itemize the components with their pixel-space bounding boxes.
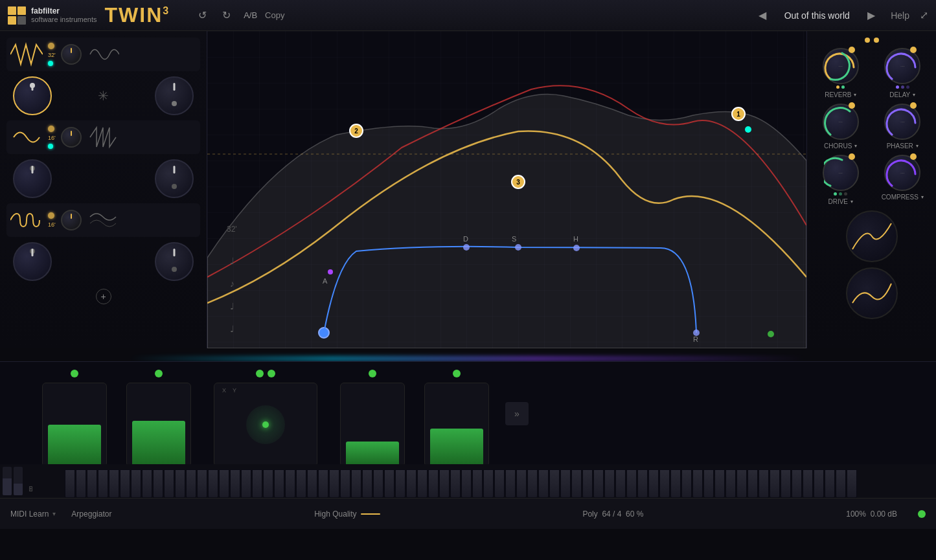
expand-button[interactable]: ⤢	[920, 9, 928, 21]
piano-key-white[interactable]	[593, 469, 604, 498]
piano-key-white[interactable]	[142, 469, 152, 498]
piano-key-white[interactable]	[803, 469, 813, 498]
delay-knob[interactable]: ···	[884, 48, 920, 84]
piano-key-white[interactable]	[263, 469, 273, 498]
piano-key-white[interactable]	[230, 469, 240, 498]
preset-prev-button[interactable]: ◀	[759, 9, 766, 21]
piano-key-white[interactable]	[439, 469, 450, 498]
piano-key-white[interactable]	[98, 469, 108, 498]
envelope-led[interactable]	[71, 370, 78, 377]
piano-key-white[interactable]	[164, 469, 174, 498]
piano-key-white[interactable]	[76, 469, 86, 498]
osc2-power-led[interactable]	[48, 126, 54, 132]
piano-key-white[interactable]	[417, 469, 428, 498]
piano-key-white[interactable]	[296, 469, 306, 498]
osc1-power-led[interactable]	[48, 43, 54, 49]
piano-key-white[interactable]	[87, 469, 97, 498]
piano-key-white[interactable]	[384, 469, 394, 498]
help-button[interactable]: Help	[891, 10, 909, 21]
piano-key-white[interactable]	[197, 469, 207, 498]
piano-key-white[interactable]	[770, 469, 780, 498]
drive-power-led[interactable]	[849, 153, 855, 160]
osc3-power-led[interactable]	[48, 212, 54, 219]
undo-button[interactable]: ↺	[196, 6, 209, 24]
piano-key-white[interactable]	[527, 469, 538, 498]
osc2-pitch-knob[interactable]	[13, 159, 52, 198]
piano-key-white[interactable]	[725, 469, 736, 498]
piano-key-white[interactable]	[759, 469, 769, 498]
piano-key-white[interactable]	[549, 469, 560, 498]
piano-key-white[interactable]	[153, 469, 163, 498]
piano-key-white[interactable]	[186, 469, 196, 498]
piano-key-white[interactable]	[483, 469, 494, 498]
piano-key-white[interactable]	[395, 469, 405, 498]
piano-key-white[interactable]	[792, 469, 802, 498]
reverb-knob[interactable]: ···	[823, 48, 859, 84]
redo-button[interactable]: ↻	[220, 6, 233, 24]
piano-key-white[interactable]	[681, 469, 692, 498]
piano-key-white[interactable]	[175, 469, 185, 498]
phaser-knob[interactable]: ···	[884, 104, 920, 140]
piano-key-white[interactable]	[307, 469, 317, 498]
piano-key-white[interactable]	[604, 469, 615, 498]
piano-key-white[interactable]	[494, 469, 505, 498]
copy-button[interactable]: Copy	[262, 8, 287, 23]
piano-key-white[interactable]	[714, 469, 725, 498]
piano-key-white[interactable]	[648, 469, 659, 498]
drive-knob[interactable]: ···	[823, 155, 859, 191]
piano-key-white[interactable]	[450, 469, 461, 498]
effects-led[interactable]	[453, 370, 461, 377]
piano-key-white[interactable]	[659, 469, 670, 498]
piano-key-white[interactable]	[637, 469, 648, 498]
preset-next-button[interactable]: ▶	[867, 9, 875, 21]
piano-key-white[interactable]	[274, 469, 284, 498]
placement-y-led[interactable]	[268, 370, 275, 377]
piano-key-white[interactable]	[131, 469, 141, 498]
midi-learn-button[interactable]: MIDI Learn ▾	[10, 510, 56, 519]
piano-key-white[interactable]	[836, 469, 846, 498]
piano-key-white[interactable]	[505, 469, 516, 498]
piano-key-white[interactable]	[781, 469, 791, 498]
chorus-power-led[interactable]	[849, 102, 855, 109]
piano-key-white[interactable]	[670, 469, 681, 498]
piano-key-white[interactable]	[571, 469, 582, 498]
piano-key-white[interactable]	[65, 469, 75, 498]
osc3-fine-knob[interactable]	[155, 242, 194, 281]
crunch-led[interactable]	[369, 370, 376, 377]
quality-selector[interactable]: High Quality	[314, 510, 380, 519]
piano-key-white[interactable]	[847, 469, 857, 498]
osc1-fine-knob[interactable]	[155, 76, 194, 115]
osc1-pitch-knob[interactable]	[13, 76, 52, 115]
velocity-slider-1[interactable]	[3, 467, 12, 495]
piano-key-white[interactable]	[219, 469, 229, 498]
piano-key-white[interactable]	[516, 469, 527, 498]
compress-knob[interactable]: ···	[884, 155, 920, 191]
arpeggiator-button[interactable]: Arpeggiator	[71, 510, 111, 519]
piano-key-white[interactable]	[560, 469, 571, 498]
chorus-knob[interactable]: ···	[823, 104, 859, 140]
velocity-slider-2[interactable]	[14, 467, 23, 495]
reverb-power-led[interactable]	[849, 47, 855, 53]
placement-x-led[interactable]	[256, 370, 264, 377]
piano-key-white[interactable]	[329, 469, 339, 498]
osc3-pitch-knob[interactable]	[13, 242, 52, 281]
piano-key-white[interactable]	[703, 469, 714, 498]
piano-key-white[interactable]	[748, 469, 758, 498]
piano-key-white[interactable]	[252, 469, 262, 498]
osc2-detune-knob[interactable]	[61, 127, 82, 148]
piano-key-white[interactable]	[692, 469, 703, 498]
placement-xy-box[interactable]: X Y	[214, 383, 317, 467]
piano-key-white[interactable]	[472, 469, 483, 498]
osc3-detune-knob[interactable]	[61, 210, 82, 230]
piano-key-white[interactable]	[461, 469, 472, 498]
piano-key-white[interactable]	[120, 469, 130, 498]
piano-key-white[interactable]	[615, 469, 626, 498]
piano-key-white[interactable]	[538, 469, 549, 498]
brightness-led[interactable]	[155, 370, 163, 377]
piano-key-white[interactable]	[825, 469, 835, 498]
piano-key-white[interactable]	[285, 469, 295, 498]
modulation-forward-button[interactable]: »	[505, 402, 529, 425]
piano-key-white[interactable]	[362, 469, 372, 498]
piano-key-white[interactable]	[351, 469, 361, 498]
piano-key-white[interactable]	[406, 469, 417, 498]
